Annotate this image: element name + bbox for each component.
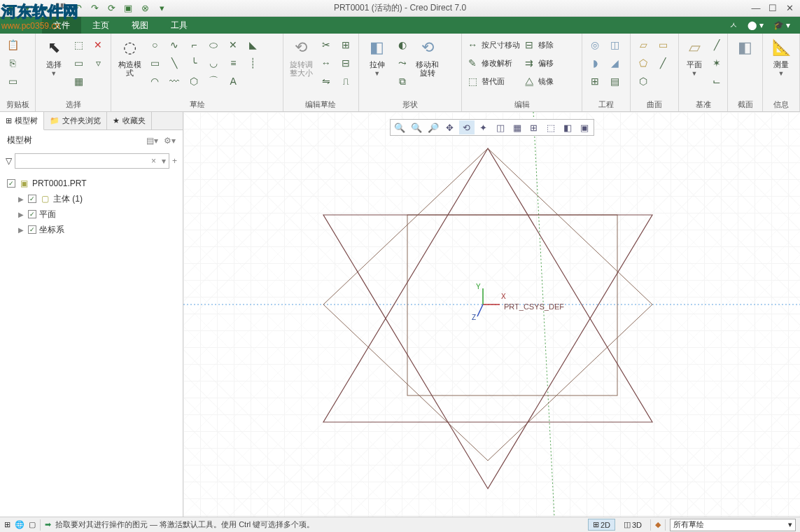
move-rotate-button[interactable]: ⟲ 移动和旋转 bbox=[414, 36, 442, 77]
zoom-out-icon[interactable]: 🔎 bbox=[426, 120, 441, 134]
shape-icon[interactable]: ⬡ bbox=[185, 73, 202, 90]
dropdown-icon[interactable]: ▾ bbox=[159, 156, 169, 166]
window-icon[interactable]: ▣ bbox=[120, 1, 136, 15]
settings-menu-icon[interactable]: 🎓 ▾ bbox=[773, 20, 790, 30]
checkbox-icon[interactable]: ✓ bbox=[28, 225, 36, 234]
view1-icon[interactable]: ▦ bbox=[510, 120, 525, 134]
expand-icon[interactable]: ▶ bbox=[18, 226, 25, 234]
grid2-icon[interactable]: ⊞ bbox=[337, 36, 354, 53]
tree-settings-icon[interactable]: ⚙▾ bbox=[164, 136, 176, 146]
tab-view[interactable]: 视图 bbox=[120, 17, 160, 34]
hole-icon[interactable]: ◎ bbox=[587, 36, 603, 53]
surf2-icon[interactable]: ⬠ bbox=[635, 55, 652, 71]
tree-root[interactable]: ✓ ▣ PRT0001.PRT bbox=[7, 176, 176, 191]
align-icon[interactable]: ⊟ bbox=[337, 55, 354, 71]
checkbox-icon[interactable]: ✓ bbox=[28, 210, 36, 218]
tree-opts-icon[interactable]: ▤▾ bbox=[146, 136, 158, 146]
mode-3d-button[interactable]: ◫3D bbox=[619, 519, 646, 530]
redo-icon[interactable]: ↷ bbox=[87, 1, 102, 15]
arc-icon[interactable]: ◠ bbox=[146, 73, 163, 90]
measure-button[interactable]: 📐 测量 ▼ bbox=[767, 36, 795, 77]
construct-mode-button[interactable]: ◌ 构造模式 bbox=[115, 36, 143, 77]
point-icon[interactable]: ✕ bbox=[225, 36, 241, 53]
clip-icon[interactable]: ▭ bbox=[4, 73, 21, 90]
trim-icon[interactable]: ✂ bbox=[318, 36, 335, 53]
offset-icon[interactable]: ≡ bbox=[225, 55, 241, 71]
sb-icon3[interactable]: ▢ bbox=[29, 520, 36, 529]
corner-icon[interactable]: ⌐ bbox=[185, 36, 202, 53]
view5-icon[interactable]: ▣ bbox=[577, 120, 592, 134]
ellipse-icon[interactable]: ⬭ bbox=[205, 36, 222, 53]
revolve-icon[interactable]: ◐ bbox=[394, 36, 411, 53]
arc2-icon[interactable]: ◡ bbox=[205, 55, 222, 71]
maximize-button[interactable]: ☐ bbox=[765, 1, 780, 15]
text-icon[interactable]: A bbox=[225, 73, 241, 90]
sweep-icon[interactable]: ⤳ bbox=[394, 55, 411, 71]
offset-button[interactable]: ⇉偏移 bbox=[523, 55, 554, 71]
drawing-canvas[interactable]: PRT_CSYS_DEF X Y Z 🔍 🔍 🔎 ✥ ⟲ ✦ ◫ ▦ ⊞ ⬚ ◧… bbox=[183, 112, 800, 517]
view4-icon[interactable]: ◧ bbox=[560, 120, 575, 134]
minimize-button[interactable]: — bbox=[748, 1, 764, 15]
indicator-icon[interactable]: ◆ bbox=[655, 520, 661, 529]
plane-button[interactable]: ▱ 平面 ▼ bbox=[683, 36, 706, 77]
draft-icon[interactable]: ◢ bbox=[606, 55, 623, 71]
filter-combo[interactable]: 所有草绘 ▾ bbox=[670, 519, 796, 531]
rect-icon[interactable]: ▭ bbox=[146, 55, 163, 71]
close-button[interactable]: ✕ bbox=[782, 1, 797, 15]
spline-icon[interactable]: ∿ bbox=[166, 36, 183, 53]
select-opt4-icon[interactable]: ▿ bbox=[90, 55, 106, 71]
pan-icon[interactable]: ✥ bbox=[442, 120, 458, 134]
save-icon[interactable]: 💾 bbox=[53, 1, 69, 15]
move-by-dim-button[interactable]: ↔按尺寸移动 bbox=[466, 36, 520, 53]
tab-main[interactable]: 主页 bbox=[81, 17, 120, 34]
rotate-resize-button[interactable]: ⟲ 旋转调 整大小 bbox=[288, 36, 315, 77]
csys-icon[interactable]: ⌙ bbox=[708, 73, 725, 90]
extrude-button[interactable]: ◧ 拉伸 ▼ bbox=[363, 36, 391, 77]
tree-csys[interactable]: ▶ ✓ 坐标系 bbox=[7, 222, 176, 237]
proj-icon[interactable]: ⎍ bbox=[337, 73, 354, 90]
zoom-fit-icon[interactable]: 🔍 bbox=[409, 120, 424, 134]
tree-body[interactable]: ▶ ✓ ▢ 主体 (1) bbox=[7, 191, 176, 206]
add-icon[interactable]: + bbox=[172, 156, 177, 166]
mode-2d-button[interactable]: ⊞2D bbox=[588, 519, 615, 531]
blend-icon[interactable]: ⧉ bbox=[394, 73, 411, 90]
undo-icon[interactable]: ↶ bbox=[70, 1, 85, 15]
replace-face-button[interactable]: ⬚替代面 bbox=[466, 73, 520, 90]
expand-icon[interactable]: ▶ bbox=[18, 211, 25, 218]
select-opt2-icon[interactable]: ▭ bbox=[70, 55, 87, 71]
curve-icon[interactable]: ╰ bbox=[185, 55, 202, 71]
centerline-icon[interactable]: ┊ bbox=[244, 55, 261, 71]
tab-model-tree[interactable]: ⊞模型树 bbox=[0, 112, 44, 130]
shell-icon[interactable]: ◫ bbox=[606, 36, 623, 53]
modify-analyze-button[interactable]: ✎修改解析 bbox=[466, 55, 520, 71]
qat-more-icon[interactable]: ▾ bbox=[154, 1, 169, 15]
ribbon-collapse-icon[interactable]: ㅅ bbox=[729, 20, 738, 31]
delete-icon[interactable]: ✕ bbox=[90, 36, 106, 53]
open-icon[interactable]: ▭ bbox=[36, 1, 52, 15]
close-win-icon[interactable]: ⊗ bbox=[137, 1, 153, 15]
tab-favorites[interactable]: ★收藏夹 bbox=[107, 112, 152, 130]
wave-icon[interactable]: 〰 bbox=[166, 73, 183, 90]
tab-folder-browse[interactable]: 📁文件夹浏览 bbox=[44, 112, 107, 130]
style-icon[interactable]: ◫ bbox=[493, 120, 508, 134]
pattern-icon[interactable]: ⊞ bbox=[587, 73, 603, 90]
extend-icon[interactable]: ↔ bbox=[318, 55, 335, 71]
zoom-in-icon[interactable]: 🔍 bbox=[392, 120, 407, 134]
view3-icon[interactable]: ⬚ bbox=[543, 120, 559, 134]
copy-icon[interactable]: ⎘ bbox=[4, 55, 21, 71]
checkbox-icon[interactable]: ✓ bbox=[28, 195, 36, 203]
surf3-icon[interactable]: ⬡ bbox=[635, 73, 652, 90]
checkbox-icon[interactable]: ✓ bbox=[7, 179, 15, 188]
surf4-icon[interactable]: ▭ bbox=[654, 36, 671, 53]
orient-icon[interactable]: ✦ bbox=[476, 120, 491, 134]
sb-globe-icon[interactable]: 🌐 bbox=[15, 520, 24, 529]
remove-button[interactable]: ⊟移除 bbox=[523, 36, 554, 53]
tab-file[interactable]: 文件 bbox=[42, 17, 81, 34]
surf1-icon[interactable]: ▱ bbox=[635, 36, 652, 53]
point2-icon[interactable]: ✶ bbox=[708, 55, 725, 71]
circle-icon[interactable]: ○ bbox=[146, 36, 163, 53]
surf5-icon[interactable]: ╱ bbox=[654, 55, 671, 71]
expand-icon[interactable]: ▶ bbox=[18, 195, 25, 203]
tree-plane[interactable]: ▶ ✓ 平面 bbox=[7, 206, 176, 222]
line-icon[interactable]: ╲ bbox=[166, 55, 183, 71]
